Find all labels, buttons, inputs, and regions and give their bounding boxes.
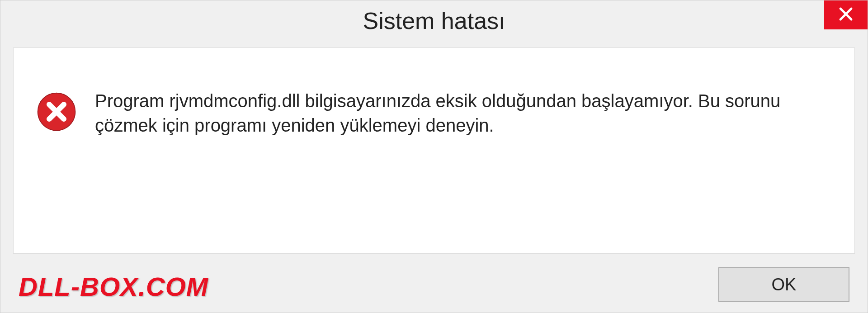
dialog-title: Sistem hatası (363, 7, 505, 34)
footer-bar: DLL-BOX.COM OK (0, 254, 868, 313)
logo-text: DLL-BOX.COM (19, 271, 208, 302)
ok-button[interactable]: OK (718, 267, 849, 302)
error-message: Program rjvmdmconfig.dll bilgisayarınızd… (95, 89, 809, 138)
title-bar: Sistem hatası (0, 0, 868, 41)
error-icon (36, 91, 77, 132)
close-icon (838, 6, 854, 24)
content-area: Program rjvmdmconfig.dll bilgisayarınızd… (13, 47, 855, 254)
close-button[interactable] (824, 0, 868, 29)
error-dialog: Sistem hatası Program rjvmdmconfig.dll b… (0, 0, 868, 313)
ok-button-label: OK (772, 275, 797, 294)
